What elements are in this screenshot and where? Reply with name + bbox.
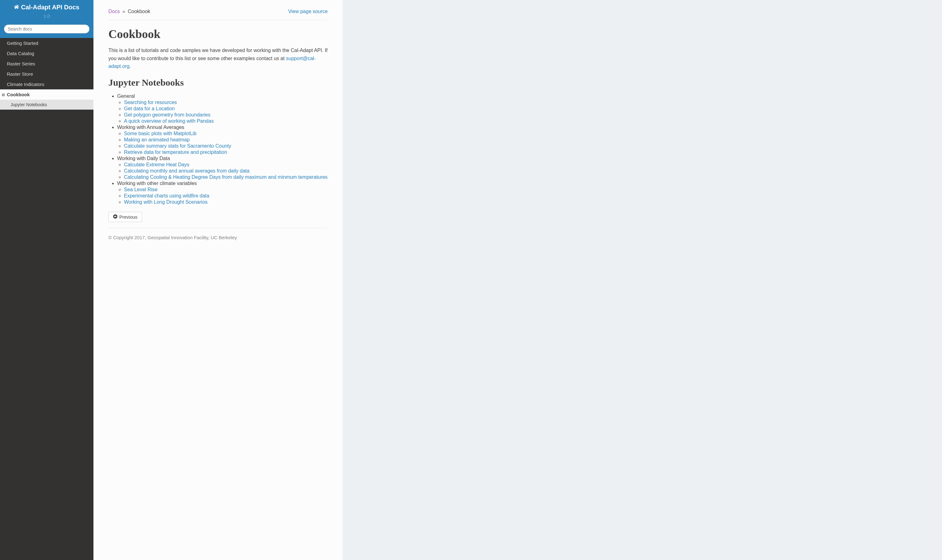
notebook-link[interactable]: Calculate summary stats for Sacramento C… [124,143,231,149]
category-label: Working with Daily Data [117,156,170,161]
nav-link-raster-series[interactable]: Raster Series [0,58,94,69]
divider [108,20,328,20]
category-label: Working with Annual Averages [117,125,185,130]
version-label: 1.0 [3,13,90,19]
nav-link-climate-indicators[interactable]: Climate Indicators [0,79,94,89]
notebook-link[interactable]: Experimental charts using wildfire data [124,193,209,198]
nav-link-data-catalog[interactable]: Data Catalog [0,48,94,58]
nav-link-cookbook[interactable]: ⊟ Cookbook [0,89,94,100]
breadcrumb-root[interactable]: Docs [108,9,120,14]
nav-sublist: Jupyter Notebooks [0,100,94,110]
nav-link-jupyter-notebooks[interactable]: Jupyter Notebooks [0,100,94,110]
page-title: Cookbook [108,27,328,41]
nav-item-current: ⊟ Cookbook Jupyter Notebooks [0,89,94,110]
list-item: Calculating monthly and annual averages … [124,168,328,174]
nav-current-label: Cookbook [7,92,29,97]
list-item: Working with other climate variablesSea … [117,181,328,205]
nav-item: Raster Series [0,58,94,69]
link-list: Calculate Extreme Heat DaysCalculating m… [124,162,328,180]
category-label: Working with other climate variables [117,181,197,186]
view-source-link[interactable]: View page source [288,9,328,14]
notebook-link[interactable]: Working with Long Drought Scenarios [124,199,208,205]
search-wrap [0,22,94,38]
arrow-left-circle-icon [113,214,117,220]
notebook-link[interactable]: Sea Level Rise [124,187,158,192]
nav-list: Getting Started Data Catalog Raster Seri… [0,38,94,110]
sidebar: Cal-Adapt API Docs 1.0 Getting Started D… [0,0,94,560]
minus-square-icon: ⊟ [2,92,5,97]
notebook-link[interactable]: Get polygon geometry from boundaries [124,112,210,117]
category-label: General [117,94,135,99]
section-title: Jupyter Notebooks [108,77,328,88]
list-item: Get polygon geometry from boundaries [124,112,328,118]
notebook-link[interactable]: Get data for a Location [124,106,175,111]
breadcrumb-row: Docs » Cookbook View page source [108,9,328,14]
list-item: Retrieve data for temperature and precip… [124,149,328,155]
notebooks-list: GeneralSearching for resourcesGet data f… [117,94,328,205]
list-item: Making an animated heatmap [124,137,328,143]
previous-label: Previous [119,214,137,220]
intro-after: . [129,63,131,69]
list-item: Working with Daily DataCalculate Extreme… [117,156,328,180]
notebook-link[interactable]: Retrieve data for temperature and precip… [124,149,227,155]
list-item: Sea Level Rise [124,187,328,192]
list-item: Experimental charts using wildfire data [124,193,328,199]
nav-item: Raster Store [0,69,94,79]
list-item: Calculate Extreme Heat Days [124,162,328,168]
copyright: © Copyright 2017, Geospatial Innovation … [108,235,328,240]
notebook-link[interactable]: Calculating monthly and annual averages … [124,168,249,174]
home-icon [14,4,19,11]
site-title-link[interactable]: Cal-Adapt API Docs [14,4,79,11]
notebook-link[interactable]: Making an animated heatmap [124,137,190,142]
list-item: Working with Annual AveragesSome basic p… [117,125,328,155]
list-item: Get data for a Location [124,106,328,111]
nav-subitem: Jupyter Notebooks [0,100,94,110]
notebook-link[interactable]: Some basic plots with MatplotLib [124,131,197,136]
previous-button[interactable]: Previous [108,212,142,222]
nav-item: Getting Started [0,38,94,48]
breadcrumb-sep: » [122,9,125,14]
notebook-link[interactable]: Searching for resources [124,100,177,105]
notebook-link[interactable]: A quick overview of working with Pandas [124,118,214,124]
breadcrumb: Docs » Cookbook [108,9,150,14]
search-input[interactable] [4,24,90,34]
list-item: Working with Long Drought Scenarios [124,199,328,205]
content: Docs » Cookbook View page source Cookboo… [94,0,343,252]
site-title: Cal-Adapt API Docs [21,4,79,11]
nav-item: Data Catalog [0,48,94,58]
main-area: Docs » Cookbook View page source Cookboo… [94,0,343,560]
list-item: A quick overview of working with Pandas [124,118,328,124]
list-item: Calculating Cooling & Heating Degree Day… [124,174,328,180]
nav-item: Climate Indicators [0,79,94,89]
divider [108,228,328,228]
link-list: Searching for resourcesGet data for a Lo… [124,100,328,124]
sidebar-header: Cal-Adapt API Docs 1.0 [0,0,94,22]
breadcrumb-page: Cookbook [128,9,150,14]
list-item: Calculate summary stats for Sacramento C… [124,143,328,149]
list-item: GeneralSearching for resourcesGet data f… [117,94,328,124]
notebook-link[interactable]: Calculate Extreme Heat Days [124,162,189,167]
notebook-link[interactable]: Calculating Cooling & Heating Degree Day… [124,174,328,180]
intro-paragraph: This is a list of tutorials and code sam… [108,46,328,71]
list-item: Some basic plots with MatplotLib [124,131,328,137]
link-list: Some basic plots with MatplotLibMaking a… [124,131,328,155]
link-list: Sea Level RiseExperimental charts using … [124,187,328,205]
nav-link-getting-started[interactable]: Getting Started [0,38,94,48]
list-item: Searching for resources [124,100,328,105]
nav-link-raster-store[interactable]: Raster Store [0,69,94,79]
